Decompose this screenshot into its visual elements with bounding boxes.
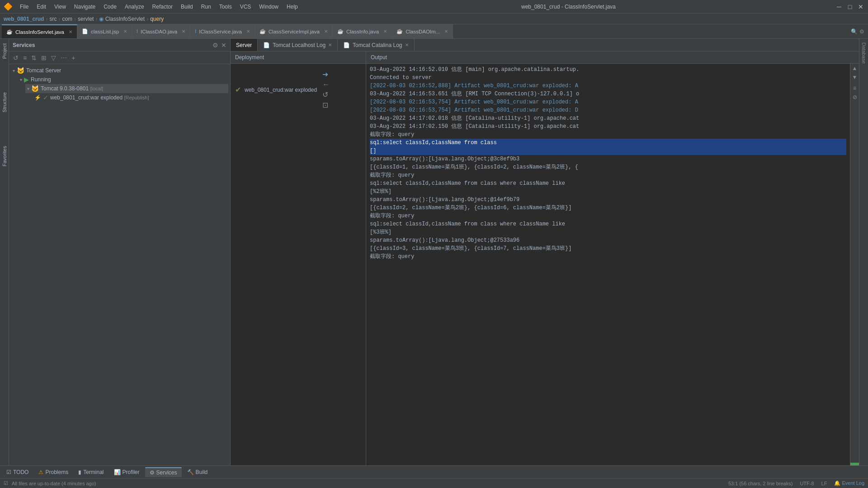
log-tab-catalina[interactable]: 📄 Tomcat Catalina Log ✕ <box>338 39 414 51</box>
menu-analyze[interactable]: Analyze <box>121 3 148 11</box>
tree-toggle[interactable]: ▾ <box>27 86 29 91</box>
group-icon[interactable]: ⊞ <box>40 53 48 62</box>
window-controls[interactable]: ─ □ ✕ <box>835 3 864 10</box>
bottom-tab-todo[interactable]: ☑ TODO <box>2 468 33 477</box>
tab-iclassservice[interactable]: Ⅰ IClassService.java ✕ <box>190 24 255 38</box>
panel-header-actions[interactable]: ⚙ ✕ <box>212 42 226 49</box>
tree-toggle[interactable]: ▾ <box>13 68 15 73</box>
breadcrumb-servlet[interactable]: servlet <box>78 16 94 22</box>
cursor-position: 53:1 (56 chars, 2 line breaks) <box>728 481 793 486</box>
search-icon[interactable]: 🔍 <box>851 28 858 35</box>
breadcrumb-com[interactable]: com <box>62 16 72 22</box>
filter-icon[interactable]: ▽ <box>50 53 57 62</box>
settings-gear-icon[interactable]: ⚙ <box>212 42 218 49</box>
tree-item-tomcat-instance[interactable]: ▾ 🐱 Tomcat 9.0.38-0801 [local] <box>25 84 228 93</box>
tab-close-icon[interactable]: ✕ <box>328 42 332 47</box>
bottom-tab-terminal[interactable]: ▮ Terminal <box>74 468 108 477</box>
menu-refactor[interactable]: Refactor <box>149 3 176 11</box>
project-tab[interactable]: Project <box>1 41 8 61</box>
breadcrumb-project[interactable]: web_0801_crud <box>4 16 44 22</box>
tree-item-running[interactable]: ▾ ▶ Running <box>18 75 228 84</box>
clear-icon[interactable]: ⊘ <box>850 93 859 102</box>
tomcat-icon: 🐱 <box>17 67 24 74</box>
scroll-up-icon[interactable]: ▲ <box>850 64 859 73</box>
deployment-header: Deployment <box>231 52 366 64</box>
menu-code[interactable]: Code <box>100 3 120 11</box>
line-separator-label: LF <box>821 481 827 486</box>
main-area: Project Structure Favorites Services ⚙ ✕… <box>0 39 868 465</box>
tab-classserviceimpl[interactable]: ☕ ClassServiceImpl.java ✕ <box>255 24 333 38</box>
bottom-tab-problems[interactable]: ⚠ Problems <box>34 468 73 477</box>
favorites-tab[interactable]: Favorites <box>1 143 8 169</box>
tree-label: Running <box>31 76 51 83</box>
breadcrumb-method[interactable]: query <box>150 16 164 22</box>
deployment-item[interactable]: ✔ web_0801_crud:war exploded ➜ ← ↺ ⊡ <box>231 64 366 116</box>
tab-close-icon[interactable]: ✕ <box>182 29 185 34</box>
menu-edit[interactable]: Edit <box>33 3 50 11</box>
arrow-left-icon[interactable]: ← <box>322 80 330 89</box>
bottom-tab-services[interactable]: ⚙ Services <box>145 467 182 477</box>
align-right-icon[interactable]: ≡ <box>850 84 859 93</box>
bottom-tab-profiler[interactable]: 📊 Profiler <box>109 468 144 477</box>
menu-run[interactable]: Run <box>198 3 215 11</box>
tab-classinfo[interactable]: ☕ ClassInfo.java ✕ <box>333 24 392 38</box>
tab-classlist-jsp[interactable]: 📄 classList.jsp ✕ <box>77 24 132 38</box>
menu-tools[interactable]: Tools <box>216 3 236 11</box>
log-tab-server[interactable]: Server <box>231 39 258 51</box>
menu-file[interactable]: File <box>16 3 32 11</box>
more-icon[interactable] <box>850 463 859 465</box>
menu-build[interactable]: Build <box>177 3 197 11</box>
menu-navigate[interactable]: Navigate <box>71 3 99 11</box>
stop-icon[interactable]: ⊡ <box>322 101 330 109</box>
settings-icon[interactable]: ⚙ <box>859 28 864 35</box>
add-icon[interactable]: + <box>70 53 76 62</box>
bottom-tab-build[interactable]: 🔨 Build <box>183 468 212 477</box>
services-tree: ▾ 🐱 Tomcat Server ▾ ▶ Running ▾ 🐱 Tomcat… <box>9 64 230 465</box>
structure-tab[interactable]: Structure <box>1 89 8 115</box>
tomcat-instance-icon: 🐱 <box>31 85 39 92</box>
menu-help[interactable]: Help <box>283 3 302 11</box>
collapse-all-icon[interactable]: ≡ <box>22 53 28 62</box>
menu-view[interactable]: View <box>51 3 70 11</box>
more-options-icon[interactable]: ⋯ <box>59 53 68 62</box>
reload-icon[interactable]: ↺ <box>322 90 330 99</box>
refresh-icon[interactable]: ↺ <box>12 53 20 62</box>
tab-classinfo-servlet[interactable]: ☕ ClassInfoServlet.java ✕ <box>2 24 77 38</box>
event-log-link[interactable]: 🔔 Event Log <box>834 480 864 486</box>
tree-item-war[interactable]: ⚡ ✓ web_0801_crud:war exploded [Republis… <box>33 93 228 102</box>
breadcrumb-src[interactable]: src <box>49 16 57 22</box>
tab-classdaoim[interactable]: ☕ ClassDAOIm... ✕ <box>392 24 453 38</box>
database-tab[interactable]: Database <box>861 41 867 66</box>
tab-close-icon[interactable]: ✕ <box>383 29 387 34</box>
scroll-down-icon[interactable]: ▼ <box>850 73 859 82</box>
log-icon: 📄 <box>343 42 350 48</box>
arrow-right-icon[interactable]: ➜ <box>322 70 330 79</box>
tab-close-icon[interactable]: ✕ <box>324 29 328 34</box>
tab-close-icon[interactable]: ✕ <box>444 29 448 34</box>
output-line: sparams.toArray():[Ljava.lang.Object;@14… <box>370 196 846 204</box>
close-panel-icon[interactable]: ✕ <box>221 42 226 49</box>
status-message: All files are up-to-date (4 minutes ago) <box>12 481 96 486</box>
tab-close-icon[interactable]: ✕ <box>123 29 127 34</box>
services-panel-title: Services <box>13 42 35 48</box>
menu-window[interactable]: Window <box>255 3 282 11</box>
expand-all-icon[interactable]: ⇅ <box>30 53 38 62</box>
tree-toggle[interactable]: ▾ <box>20 77 22 82</box>
output-content[interactable]: 03-Aug-2022 14:16:52.010 信息 [main] org.a… <box>366 64 850 465</box>
build-icon: 🔨 <box>187 469 194 475</box>
tree-item-tomcat-server[interactable]: ▾ 🐱 Tomcat Server <box>11 66 228 75</box>
close-button[interactable]: ✕ <box>857 3 864 10</box>
tab-iclassdao[interactable]: Ⅰ IClassDAO.java ✕ <box>132 24 190 38</box>
breadcrumb-class[interactable]: ◉ ClassInfoServlet <box>99 16 145 22</box>
maximize-button[interactable]: □ <box>846 3 854 10</box>
tab-close-icon[interactable]: ✕ <box>69 29 72 34</box>
tab-close-icon[interactable]: ✕ <box>405 42 409 47</box>
menu-bar[interactable]: File Edit View Navigate Code Analyze Ref… <box>16 3 302 11</box>
bottom-tab-label: Terminal <box>83 469 104 475</box>
bottom-tab-label: Services <box>156 469 177 476</box>
deployment-panel: Deployment ✔ web_0801_crud:war exploded … <box>231 52 366 465</box>
tab-close-icon[interactable]: ✕ <box>246 29 250 34</box>
log-tab-localhost[interactable]: 📄 Tomcat Localhost Log ✕ <box>258 39 338 51</box>
menu-vcs[interactable]: VCS <box>236 3 255 11</box>
minimize-button[interactable]: ─ <box>835 3 843 10</box>
